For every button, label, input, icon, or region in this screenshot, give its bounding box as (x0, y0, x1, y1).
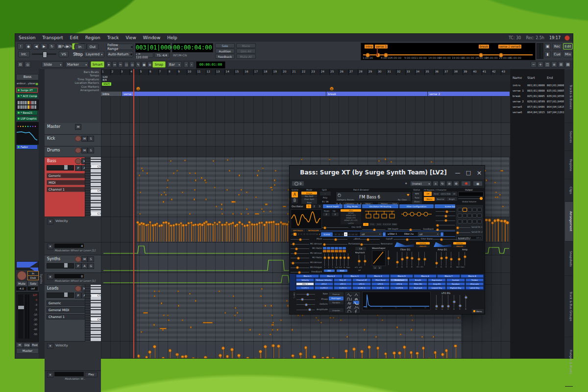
slider-handle[interactable] (445, 210, 448, 213)
track-fader[interactable] (47, 263, 74, 269)
midi-note[interactable] (458, 317, 459, 318)
midi-note[interactable] (214, 187, 216, 188)
velocity-lollipop[interactable] (198, 225, 199, 242)
ruler-name-location-markers[interactable]: Location Markers (75, 81, 99, 84)
velocity-lollipop-head[interactable] (485, 219, 488, 221)
velocity-lollipop-head[interactable] (286, 223, 289, 226)
midi-note[interactable] (280, 319, 282, 321)
scene-octave--2[interactable]: -2 (337, 232, 341, 236)
side-tab-snapshots[interactable]: Snapshots (565, 242, 573, 276)
mute-button[interactable]: M (81, 256, 88, 262)
velocity-lollipop[interactable] (259, 223, 260, 242)
menu-region[interactable]: Region (82, 35, 104, 40)
list-icon[interactable]: ≡ (551, 61, 557, 68)
mixer-solo-2[interactable] (331, 250, 334, 252)
track-header-master[interactable]: MasterM (45, 123, 101, 135)
slider-handle[interactable] (456, 226, 459, 229)
lfo-trigger-random[interactable]: Random (329, 300, 343, 304)
mod-source-alternate[interactable]: Alternate (466, 282, 484, 286)
midi-note[interactable] (221, 203, 222, 205)
maximize-button[interactable]: □ (463, 170, 474, 176)
track-header-leads[interactable]: LeadsMSPAGGeneric▾General MIDI▾Channel 1… (45, 285, 101, 342)
close-lane-button[interactable]: ✕ (47, 219, 53, 224)
fm-preset-3[interactable]: 2→1 3→2 (383, 223, 391, 226)
mixer-mute-5[interactable] (343, 247, 346, 249)
slider-handle[interactable] (435, 262, 438, 265)
velocity-lollipop[interactable] (176, 224, 177, 242)
midi-note[interactable] (194, 198, 195, 200)
lfo-shape-step-seq-button[interactable] (345, 305, 352, 309)
fm-preset-2[interactable]: 3→1 (376, 223, 382, 226)
midi-note[interactable] (237, 312, 238, 314)
scene-octave-+2[interactable]: +2 (351, 232, 354, 236)
midi-note[interactable] (143, 312, 148, 314)
fx-slot[interactable] (458, 220, 462, 223)
velocity-lollipop[interactable] (162, 225, 163, 242)
fx-slot[interactable] (472, 208, 477, 212)
velocity-lollipop[interactable] (200, 224, 201, 242)
midi-note[interactable] (153, 324, 155, 325)
scene-octave-+1[interactable]: +1 (347, 232, 351, 236)
midi-note[interactable] (382, 319, 383, 321)
lfo-eg-slider-5[interactable] (464, 295, 467, 308)
velocity-lollipop[interactable] (147, 225, 147, 242)
record-arm-button[interactable] (75, 147, 81, 153)
velocity-lollipop[interactable] (226, 222, 227, 242)
menu-track[interactable]: Track (104, 35, 122, 40)
midi-note[interactable] (176, 170, 178, 172)
midi-note[interactable] (270, 211, 271, 212)
goto-end-button[interactable]: ▶ (41, 43, 48, 49)
slider-handle[interactable] (401, 258, 404, 261)
lfo-phase-slider[interactable]: Phase (296, 297, 328, 301)
scene-b-button[interactable]: B (292, 198, 298, 203)
draw-tool[interactable]: ✎ (136, 61, 141, 68)
track-fader[interactable] (47, 165, 74, 171)
midi-note[interactable] (270, 305, 272, 306)
slider-m2-amount[interactable]: M2 Amount (291, 251, 322, 255)
midi-note[interactable] (154, 291, 155, 292)
midi-note[interactable] (500, 170, 504, 172)
velocity-lollipop[interactable] (171, 226, 172, 242)
character-neutral[interactable]: Neutral (435, 197, 446, 201)
velocity-lollipop[interactable] (202, 225, 203, 242)
slider-pitch[interactable]: Pitch (291, 237, 322, 241)
region-row-break[interactable]: break025|01|0005029|01|0599 (511, 95, 564, 100)
midi-note[interactable] (255, 196, 257, 198)
velocity-lollipop-head[interactable] (230, 348, 234, 351)
status-mpe-button[interactable]: MPE (412, 192, 422, 196)
midi-note[interactable] (147, 172, 148, 174)
macro-7[interactable]: Macro 7 (437, 274, 460, 278)
lfo-shape-sine-button[interactable] (345, 292, 352, 296)
velocity-lollipop[interactable] (160, 226, 161, 242)
midi-note[interactable] (182, 192, 183, 193)
lfo-shape-noise-button[interactable] (353, 296, 360, 300)
mute-all-button[interactable]: Mute All (236, 54, 256, 59)
midi-note[interactable] (385, 158, 386, 160)
midi-note[interactable] (247, 213, 249, 215)
fx-slot[interactable] (467, 208, 472, 212)
velocity-lollipop[interactable] (220, 222, 220, 242)
midi-note[interactable] (259, 334, 260, 335)
lane-header-automation[interactable]: ✕PlayModulation W... (45, 371, 101, 392)
playhead[interactable] (133, 69, 134, 358)
mod-source-lfo-2[interactable]: LFO 2 (315, 282, 333, 286)
mod-source-latest-key[interactable]: Latest Key (466, 286, 484, 290)
velocity-lollipop[interactable] (243, 224, 244, 242)
velocity-lollipop[interactable] (233, 223, 234, 242)
osc-octave--1[interactable]: -1 (300, 233, 303, 236)
mixer-fader-1[interactable] (323, 253, 326, 266)
mod-source-sustain[interactable]: Sustain (446, 278, 465, 282)
automation-value-box[interactable]: 4 (54, 244, 84, 248)
cue-marker-b[interactable]: B (330, 87, 334, 91)
slider-handle[interactable] (299, 238, 302, 241)
midi-note[interactable] (258, 170, 259, 172)
arrangement-segment-verse2[interactable]: verse 2 (428, 92, 510, 96)
fx-bypass-all[interactable]: All (451, 192, 457, 196)
velocity-lollipop[interactable] (456, 346, 457, 358)
midi-note[interactable] (272, 329, 273, 330)
amp-gain-slider[interactable] (463, 252, 466, 266)
track-dropdown-general-midi[interactable]: General MIDI▾ (47, 307, 91, 313)
fm-preset-1[interactable]: 2→1 (369, 223, 375, 226)
velocity-lollipop[interactable] (218, 224, 219, 242)
selection-icon[interactable]: ▣ (544, 43, 551, 49)
